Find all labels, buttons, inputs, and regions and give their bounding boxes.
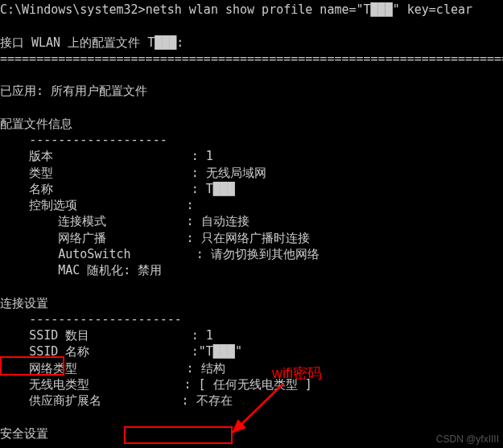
row-type: 类型 : 无线局域网 [0,165,503,181]
section-dash: ------------------- [0,132,503,148]
section-title-connection: 连接设置 [0,295,503,311]
row-ctrl: 控制选项 : [0,197,503,213]
row-vendor: 供应商扩展名 : 不存在 [0,393,503,409]
interface-header: 接口 WLAN 上的配置文件 T███: [0,35,503,51]
row-net-type: 网络类型 : 结构 [0,360,503,376]
row-radio-type: 无线电类型 : [ 任何无线电类型 ] [0,376,503,393]
command-line[interactable]: C:\Windows\system32>netsh wlan show prof… [0,2,503,18]
annotation-wifi-password: wifi密码 [272,364,322,383]
row-ssid-name: SSID 名称 :"T███" [0,343,503,360]
section-dash: --------------------- [0,311,503,327]
blank-line [0,67,503,83]
watermark: CSDN @yfxIIII [436,433,499,446]
section-title-security: 安全设置 [0,425,503,442]
section-dash: ----------------------- [0,442,503,448]
blank-line [0,18,503,34]
row-connmode: 连接模式 : 自动连接 [0,213,503,229]
applied-line: 已应用: 所有用户配置文件 [0,83,503,99]
row-ssid-count: SSID 数目 : 1 [0,327,503,343]
row-autoswitch: AutoSwitch : 请勿切换到其他网络 [0,246,503,262]
section-title-profile: 配置文件信息 [0,116,503,132]
blank-line [0,278,503,294]
row-version: 版本 : 1 [0,148,503,164]
row-broadcast: 网络广播 : 只在网络广播时连接 [0,230,503,246]
prompt-path: C:\Windows\system32> [0,2,146,17]
row-name: 名称 : T███ [0,181,503,197]
row-mac: MAC 随机化: 禁用 [0,262,503,278]
divider: ========================================… [0,51,503,67]
command-text: netsh wlan show profile name="T███" key=… [146,2,472,17]
blank-line [0,100,503,116]
blank-line [0,409,503,425]
